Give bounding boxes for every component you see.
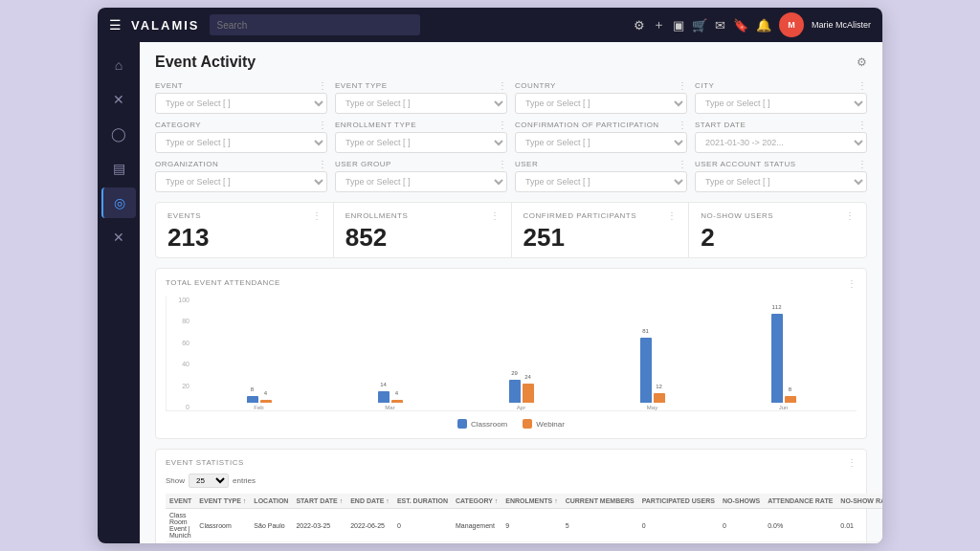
col-end-date[interactable]: END DATE ↑: [346, 494, 393, 509]
filter-category-select[interactable]: Type or Select [ ]: [155, 132, 327, 153]
filter-user-select[interactable]: Type or Select [ ]: [515, 171, 687, 192]
mail-icon[interactable]: ✉: [715, 18, 725, 33]
filter-event-type-dots[interactable]: ⋮: [498, 80, 507, 91]
stat-events-value: 213: [167, 223, 209, 252]
filter-country-dots[interactable]: ⋮: [678, 80, 687, 91]
col-no-show-rate[interactable]: NO-SHOW RATE: [836, 494, 882, 509]
sidebar-item-reports[interactable]: ▤: [101, 153, 136, 184]
filter-organization-dots[interactable]: ⋮: [318, 159, 327, 169]
stat-events-dots[interactable]: ⋮: [312, 210, 322, 221]
col-event-type[interactable]: EVENT TYPE ↑: [195, 494, 250, 509]
bar-month-apr: 2924Apr: [457, 297, 585, 410]
table-cell: 0.01: [836, 542, 882, 544]
filter-category-label: CATEGORY: [155, 121, 201, 129]
filter-confirmation-select[interactable]: Type or Select [ ]: [515, 132, 687, 153]
filter-enrollment-type-select[interactable]: Type or Select [ ]: [335, 132, 507, 153]
filter-start-date-select[interactable]: 2021-01-30 -> 202...: [695, 132, 867, 153]
filter-city-dots[interactable]: ⋮: [858, 80, 867, 91]
user-name: Marie McAlister: [812, 20, 871, 31]
table-row: Class Room Event | MunichClassroomSão Pa…: [166, 509, 882, 542]
page-header: Event Activity ⚙: [155, 54, 867, 71]
filter-account-status-dots[interactable]: ⋮: [858, 159, 867, 169]
filter-user-dots[interactable]: ⋮: [678, 159, 687, 169]
col-attendance-rate[interactable]: ATTENDANCE RATE: [764, 494, 836, 509]
sidebar-item-home[interactable]: ⌂: [101, 50, 136, 80]
filter-user-group-dots[interactable]: ⋮: [498, 159, 507, 169]
plus-icon[interactable]: ＋: [653, 16, 665, 33]
filter-user-group: USER GROUP ⋮ Type or Select [ ]: [335, 159, 507, 192]
filter-city-select[interactable]: Type or Select [ ]: [695, 93, 867, 114]
filter-confirmation-dots[interactable]: ⋮: [678, 120, 687, 130]
col-location[interactable]: LOCATION: [250, 494, 292, 509]
filter-event-select[interactable]: Type or Select [ ]: [155, 93, 327, 114]
table-cell: [250, 542, 292, 544]
table-cell: 1: [638, 542, 719, 544]
search-input[interactable]: [210, 14, 420, 35]
avatar[interactable]: M: [779, 12, 804, 37]
bar-webinar: 4: [391, 400, 403, 403]
event-statistics-table: EVENT EVENT TYPE ↑ LOCATION START DATE ↑…: [166, 494, 882, 543]
show-count-select[interactable]: 25 50 100: [189, 474, 229, 488]
legend-webinar-dot: [523, 419, 532, 429]
filter-country-select[interactable]: Type or Select [ ]: [515, 93, 687, 114]
sidebar-item-settings[interactable]: ◎: [101, 187, 136, 218]
topbar: ☰ VALAMIS ⚙ ＋ ▣ 🛒 ✉ 🔖 🔔 M Marie McAliste…: [98, 8, 882, 42]
stat-enrollments-dots[interactable]: ⋮: [490, 210, 500, 221]
filter-start-date: START DATE ⋮ 2021-01-30 -> 202...: [695, 120, 867, 153]
table-cell: 0: [393, 542, 452, 544]
bar-month-label: Feb: [254, 405, 263, 410]
col-enrolments[interactable]: ENROLMENTS ↑: [501, 494, 561, 509]
topbar-icons: ⚙ ＋ ▣ 🛒 ✉ 🔖 🔔 M Marie McAlister: [634, 12, 871, 37]
sidebar-item-users[interactable]: ✕: [101, 84, 136, 115]
filter-category-dots[interactable]: ⋮: [318, 120, 327, 130]
main-layout: ⌂ ✕ ◯ ▤ ◎ ✕ Event Activity ⚙ EVENT ⋮: [98, 42, 882, 543]
stat-confirmed: CONFIRMED PARTICIPANTS ⋮ 251: [512, 203, 690, 257]
filter-organization-select[interactable]: Type or Select [ ]: [155, 171, 327, 192]
cart-icon[interactable]: 🛒: [692, 18, 707, 33]
filter-event: EVENT ⋮ Type or Select [ ]: [155, 80, 327, 114]
stat-noshow-dots[interactable]: ⋮: [845, 210, 855, 221]
col-current-members[interactable]: CURRENT MEMBERS: [562, 494, 638, 509]
filter-user-group-label: USER GROUP: [335, 160, 391, 168]
col-no-shows[interactable]: NO-SHOWS: [719, 494, 764, 509]
bar-month-label: May: [647, 405, 657, 410]
filter-confirmation-label: CONFIRMATION OF PARTICIPATION: [515, 121, 659, 129]
col-event[interactable]: EVENT: [166, 494, 195, 509]
monitor-icon[interactable]: ▣: [673, 18, 684, 33]
chart-title: TOTAL EVENT ATTENDANCE: [166, 278, 280, 289]
bar-classroom: 8: [247, 396, 258, 403]
bar-month-feb: 84Feb: [195, 297, 323, 410]
bell-icon[interactable]: 🔔: [756, 18, 771, 33]
table-cell: 2022-04-28: [292, 542, 346, 544]
menu-icon[interactable]: ☰: [109, 17, 122, 33]
table-cell: Management: [452, 509, 501, 542]
filter-category: CATEGORY ⋮ Type or Select [ ]: [155, 120, 327, 153]
sidebar-item-courses[interactable]: ◯: [101, 119, 136, 149]
filter-event-dots[interactable]: ⋮: [318, 80, 327, 91]
legend-classroom-label: Classroom: [471, 420, 507, 429]
page-settings-icon[interactable]: ⚙: [857, 55, 867, 69]
col-participated[interactable]: PARTICIPATED USERS: [638, 494, 719, 509]
col-duration[interactable]: EST. DURATION: [393, 494, 452, 509]
stat-events: EVENTS ⋮ 213: [156, 203, 334, 257]
col-start-date[interactable]: START DATE ↑: [292, 494, 346, 509]
filter-user: USER ⋮ Type or Select [ ]: [515, 159, 687, 192]
table-cell: Management: [452, 542, 501, 544]
filter-start-date-dots[interactable]: ⋮: [858, 120, 867, 130]
sidebar: ⌂ ✕ ◯ ▤ ◎ ✕: [98, 42, 140, 543]
col-category[interactable]: CATEGORY ↑: [452, 494, 501, 509]
settings-icon[interactable]: ⚙: [634, 18, 645, 33]
stat-confirmed-dots[interactable]: ⋮: [667, 210, 677, 221]
filter-enrollment-type-dots[interactable]: ⋮: [498, 120, 507, 130]
sidebar-item-tools[interactable]: ✕: [101, 222, 136, 253]
filter-event-type-select[interactable]: Type or Select [ ]: [335, 93, 507, 114]
bookmark-icon[interactable]: 🔖: [733, 18, 748, 33]
bar-webinar-value: 24: [524, 374, 531, 380]
show-label: Show: [166, 476, 185, 485]
table-header-row: EVENT STATISTICS ⋮: [166, 457, 857, 468]
filter-user-group-select[interactable]: Type or Select [ ]: [335, 171, 507, 192]
table-cell: 1: [562, 542, 638, 544]
table-options-dots[interactable]: ⋮: [847, 457, 857, 468]
filter-account-status-select[interactable]: Type or Select [ ]: [695, 171, 867, 192]
chart-options-dots[interactable]: ⋮: [847, 278, 858, 289]
